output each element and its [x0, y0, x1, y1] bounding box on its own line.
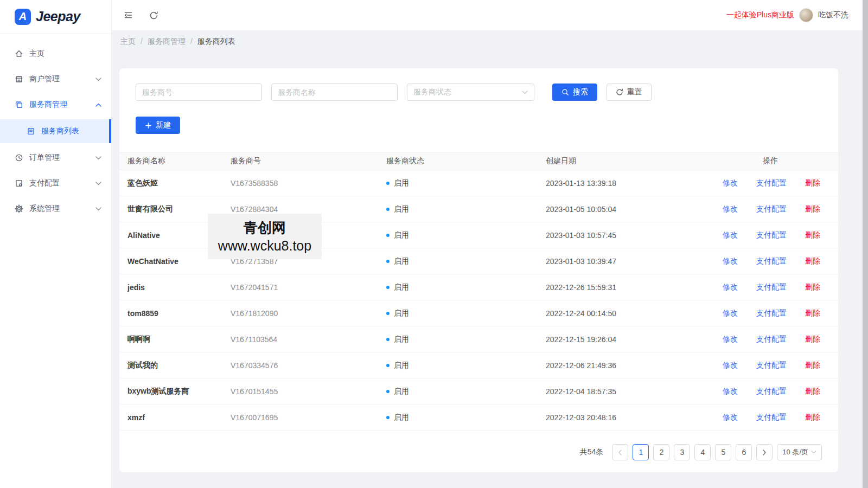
action-pay-config[interactable]: 支付配置 [756, 335, 787, 344]
isv-state-select[interactable]: 服务商状态 [407, 84, 534, 101]
status-dot-icon [386, 182, 390, 185]
table-row: jedis V1672041571 启用 2022-12-26 15:59:31… [119, 274, 838, 300]
action-edit[interactable]: 修改 [723, 282, 738, 292]
cell-created: 2023-01-05 10:05:04 [546, 205, 722, 214]
action-delete[interactable]: 删除 [805, 413, 820, 422]
cell-isv-name: xmzf [127, 413, 231, 422]
sidebar-menu: 主页 商户管理 服务商管理 服务商列表 订单管理 支付配置 [0, 34, 111, 220]
page-button-3[interactable]: 3 [674, 444, 690, 460]
cell-actions: 修改 支付配置 删除 [722, 387, 830, 396]
action-delete[interactable]: 删除 [805, 361, 820, 370]
cell-isv-name: tom8859 [127, 309, 231, 318]
action-pay-config[interactable]: 支付配置 [756, 204, 787, 214]
action-edit[interactable]: 修改 [723, 413, 738, 422]
isv-name-input[interactable] [271, 84, 398, 101]
clock-icon [15, 153, 23, 162]
action-edit[interactable]: 修改 [723, 178, 738, 188]
action-delete[interactable]: 删除 [805, 256, 820, 266]
breadcrumb-current: 服务商列表 [197, 37, 235, 47]
search-button[interactable]: 搜索 [552, 84, 597, 101]
page-button-6[interactable]: 6 [736, 444, 752, 460]
chevron-down-icon [95, 182, 101, 185]
refresh-icon[interactable] [149, 11, 158, 20]
watermark-line2: www.wcku8.top [218, 237, 311, 254]
file-config-icon [15, 179, 23, 188]
action-edit[interactable]: 修改 [723, 335, 738, 344]
page-button-2[interactable]: 2 [653, 444, 669, 460]
sidebar-item-isv-list[interactable]: 服务商列表 [0, 119, 111, 143]
action-delete[interactable]: 删除 [805, 204, 820, 214]
sidebar-item-isv-mgmt[interactable]: 服务商管理 [0, 94, 111, 115]
cell-isv-name: bxywb测试服务商 [127, 387, 231, 396]
cell-actions: 修改 支付配置 删除 [722, 230, 830, 240]
username[interactable]: 吃饭不洗 [818, 10, 848, 20]
action-edit[interactable]: 修改 [723, 256, 738, 266]
action-delete[interactable]: 删除 [805, 309, 820, 318]
action-pay-config[interactable]: 支付配置 [756, 361, 787, 370]
action-edit[interactable]: 修改 [723, 361, 738, 370]
avatar[interactable] [799, 8, 813, 22]
watermark-line1: 青创网 [244, 219, 286, 237]
page-button-5[interactable]: 5 [715, 444, 731, 460]
chevron-left-icon [618, 450, 622, 455]
cell-isv-name: 世窗有限公司 [127, 204, 231, 214]
sidebar-item-merchant-mgmt[interactable]: 商户管理 [0, 68, 111, 90]
sidebar-collapse-icon[interactable] [124, 11, 133, 20]
action-pay-config[interactable]: 支付配置 [756, 387, 787, 396]
sidebar-item-system-mgmt[interactable]: 系统管理 [0, 198, 111, 220]
page-scrollbar[interactable] [863, 0, 868, 488]
action-delete[interactable]: 删除 [805, 387, 820, 396]
cell-created: 2022-12-03 20:48:16 [546, 413, 722, 422]
sidebar-item-order-mgmt[interactable]: 订单管理 [0, 147, 111, 169]
status-label: 启用 [394, 204, 409, 214]
status-label: 启用 [394, 256, 409, 266]
action-delete[interactable]: 删除 [805, 230, 820, 240]
cell-isv-name: jedis [127, 283, 231, 292]
status-dot-icon [386, 338, 390, 341]
action-pay-config[interactable]: 支付配置 [756, 282, 787, 292]
plus-promo-link[interactable]: 一起体验Plus商业版 [726, 10, 794, 20]
page-size-select[interactable]: 10 条/页 [777, 444, 822, 460]
page-button-4[interactable]: 4 [694, 444, 711, 460]
chevron-down-icon [95, 156, 101, 160]
cell-actions: 修改 支付配置 删除 [722, 282, 830, 292]
page-button-1[interactable]: 1 [633, 444, 649, 460]
sidebar-item-pay-config[interactable]: 支付配置 [0, 172, 111, 194]
action-edit[interactable]: 修改 [723, 230, 738, 240]
reset-button[interactable]: 重置 [607, 84, 652, 101]
watermark: 青创网 www.wcku8.top [208, 214, 322, 259]
isv-no-input[interactable] [136, 84, 262, 101]
cell-isv-state: 启用 [386, 309, 546, 318]
sidebar-item-home[interactable]: 主页 [0, 43, 111, 65]
chevron-up-icon [95, 103, 101, 107]
prev-page-button[interactable] [612, 444, 628, 460]
pagination: 共54条 123456 10 条/页 [119, 431, 838, 460]
gear-icon [15, 204, 23, 213]
action-pay-config[interactable]: 支付配置 [756, 309, 787, 318]
next-page-button[interactable] [756, 444, 773, 460]
action-delete[interactable]: 删除 [805, 282, 820, 292]
action-pay-config[interactable]: 支付配置 [756, 413, 787, 422]
cell-created: 2022-12-26 15:59:31 [546, 283, 722, 292]
action-pay-config[interactable]: 支付配置 [756, 256, 787, 266]
brand-logo[interactable]: A Jeepay [0, 0, 111, 34]
cell-isv-no: V1673588358 [231, 179, 386, 188]
action-edit[interactable]: 修改 [723, 204, 738, 214]
chevron-right-icon [762, 450, 767, 455]
breadcrumb-separator: / [190, 37, 193, 47]
table-row: 蓝色妖姬 V1673588358 启用 2023-01-13 13:39:18 … [119, 170, 838, 196]
status-label: 启用 [394, 335, 409, 344]
action-edit[interactable]: 修改 [723, 387, 738, 396]
search-icon [561, 88, 569, 96]
action-delete[interactable]: 删除 [805, 335, 820, 344]
action-edit[interactable]: 修改 [723, 309, 738, 318]
action-pay-config[interactable]: 支付配置 [756, 178, 787, 188]
action-pay-config[interactable]: 支付配置 [756, 230, 787, 240]
shop-icon [15, 75, 23, 84]
new-button[interactable]: 新建 [136, 117, 180, 134]
breadcrumb-isv-mgmt[interactable]: 服务商管理 [148, 37, 186, 47]
sidebar-item-label: 系统管理 [29, 204, 90, 214]
sidebar-item-label: 服务商列表 [41, 126, 79, 136]
breadcrumb-home[interactable]: 主页 [120, 37, 136, 47]
action-delete[interactable]: 删除 [805, 178, 820, 188]
